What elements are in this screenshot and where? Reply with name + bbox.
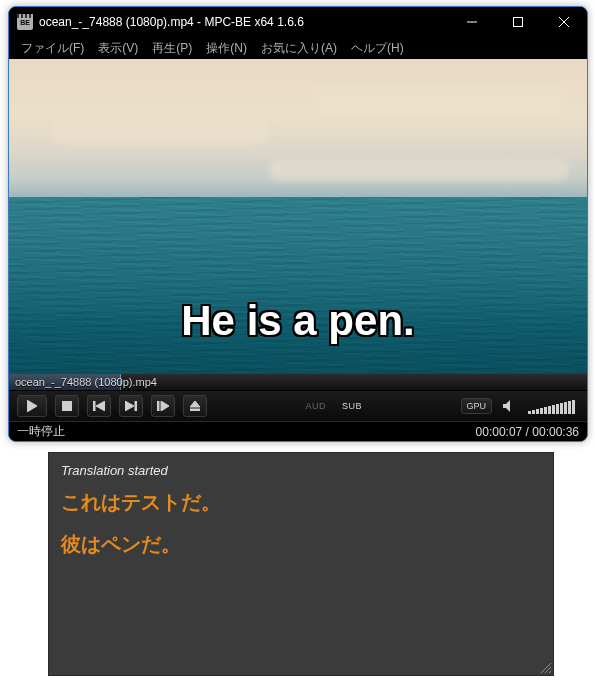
frame-step-icon — [157, 401, 169, 411]
cloud-decoration — [309, 85, 569, 115]
skip-forward-icon — [125, 401, 137, 411]
play-icon — [27, 400, 37, 412]
translation-panel: Translation started これはテストだ。 彼はペンだ。 — [48, 452, 554, 676]
skip-back-icon — [93, 401, 105, 411]
svg-line-17 — [549, 671, 551, 673]
menu-help[interactable]: ヘルプ(H) — [345, 38, 410, 59]
svg-marker-12 — [190, 401, 200, 407]
time-current: 00:00:07 — [476, 425, 523, 439]
stop-button[interactable] — [55, 395, 79, 417]
svg-rect-13 — [190, 409, 200, 411]
eject-button[interactable] — [183, 395, 207, 417]
status-bar: 一時停止 00:00:07 / 00:00:36 — [9, 421, 587, 441]
close-button[interactable] — [541, 7, 587, 37]
menu-bar: ファイル(F) 表示(V) 再生(P) 操作(N) お気に入り(A) ヘルプ(H… — [9, 37, 587, 59]
cloud-decoration — [49, 119, 269, 145]
svg-rect-5 — [62, 401, 72, 411]
resize-grip[interactable] — [539, 661, 551, 673]
translation-header: Translation started — [61, 463, 541, 478]
maximize-button[interactable] — [495, 7, 541, 37]
speaker-icon — [503, 400, 517, 412]
menu-view[interactable]: 表示(V) — [92, 38, 144, 59]
subtitle-overlay: He is a pen. — [181, 297, 414, 345]
player-window: BE ocean_-_74888 (1080p).mp4 - MPC-BE x6… — [8, 6, 588, 442]
eject-icon — [190, 401, 200, 411]
menu-play[interactable]: 再生(P) — [146, 38, 198, 59]
maximize-icon — [513, 17, 523, 27]
menu-fav[interactable]: お気に入り(A) — [255, 38, 343, 59]
translation-line: 彼はペンだ。 — [61, 530, 541, 558]
svg-rect-6 — [93, 401, 95, 411]
play-button[interactable] — [17, 395, 47, 417]
time-total: 00:00:36 — [532, 425, 579, 439]
waves-decoration — [9, 197, 587, 373]
menu-file[interactable]: ファイル(F) — [15, 38, 90, 59]
seek-bar[interactable]: ocean_-_74888 (1080p).mp4 — [9, 373, 587, 391]
step-button[interactable] — [151, 395, 175, 417]
stop-icon — [62, 401, 72, 411]
volume-slider[interactable] — [528, 398, 579, 414]
svg-rect-10 — [157, 401, 159, 411]
svg-rect-9 — [135, 401, 137, 411]
playback-state: 一時停止 — [17, 423, 65, 440]
translation-line: これはテストだ。 — [61, 488, 541, 516]
svg-marker-8 — [125, 401, 134, 411]
app-icon: BE — [17, 14, 33, 30]
window-title: ocean_-_74888 (1080p).mp4 - MPC-BE x64 1… — [39, 15, 449, 29]
svg-marker-14 — [503, 400, 510, 412]
control-bar: AUD SUB GPU — [9, 391, 587, 421]
svg-rect-1 — [514, 18, 523, 27]
cloud-decoration — [269, 159, 569, 181]
menu-nav[interactable]: 操作(N) — [200, 38, 253, 59]
audio-indicator[interactable]: AUD — [301, 401, 330, 411]
video-viewport[interactable]: He is a pen. — [9, 59, 587, 373]
gpu-indicator[interactable]: GPU — [461, 398, 493, 414]
next-button[interactable] — [119, 395, 143, 417]
seek-filename: ocean_-_74888 (1080p).mp4 — [15, 376, 157, 388]
prev-button[interactable] — [87, 395, 111, 417]
time-sep: / — [522, 425, 532, 439]
time-display: 00:00:07 / 00:00:36 — [476, 425, 579, 439]
minimize-icon — [467, 17, 477, 27]
resize-icon — [539, 661, 551, 673]
volume-button[interactable] — [500, 400, 520, 412]
svg-marker-4 — [27, 400, 37, 412]
close-icon — [559, 17, 569, 27]
title-bar[interactable]: BE ocean_-_74888 (1080p).mp4 - MPC-BE x6… — [9, 7, 587, 37]
svg-marker-7 — [96, 401, 105, 411]
svg-marker-11 — [161, 401, 169, 411]
minimize-button[interactable] — [449, 7, 495, 37]
subtitle-indicator[interactable]: SUB — [338, 401, 366, 411]
